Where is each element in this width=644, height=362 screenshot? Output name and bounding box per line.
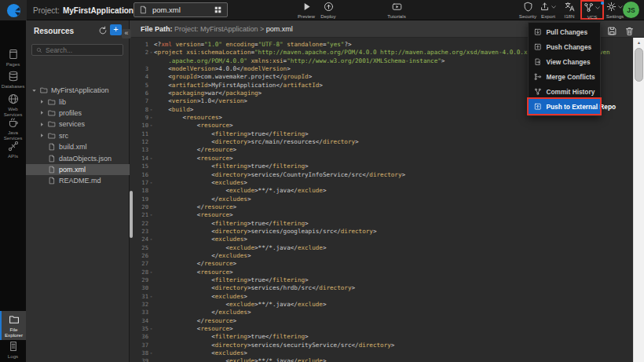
line-number: 29 <box>130 276 148 284</box>
menu-item-label: Push Changes <box>547 43 592 51</box>
menu-item-push-changes[interactable]: Push Changes <box>529 39 600 54</box>
tree-item-dataobjects-json[interactable]: dataObjects.json <box>26 152 130 163</box>
caret-right-icon[interactable] <box>38 99 45 104</box>
top-bar: Project: MyFirstApplication › pom.xml Pr… <box>0 0 644 20</box>
vcs-dropdown-menu: Pull ChangesPush ChangesView ChangesMerg… <box>528 22 601 116</box>
caret-right-icon[interactable] <box>38 122 45 127</box>
preview-button[interactable]: Preview <box>295 2 318 20</box>
tutorials-icon <box>392 2 402 12</box>
fold-marker[interactable]: - <box>148 122 154 130</box>
sidebar-item-java-services[interactable]: Java Services <box>0 117 26 141</box>
line-number: 1 <box>130 41 148 49</box>
menu-item-pull-changes[interactable]: Pull Changes <box>529 24 600 39</box>
sidebar-item-file-explorer[interactable]: File Explorer <box>0 311 26 340</box>
open-file-tab[interactable]: pom.xml <box>134 2 228 17</box>
sidebar-item-pages[interactable]: Pages <box>0 49 26 67</box>
code-line: 20 </resource> <box>130 203 633 211</box>
sidebar-item-logs[interactable]: Logs <box>0 341 26 359</box>
tree-item-profiles[interactable]: profiles <box>26 108 130 119</box>
menu-item-label: Commit History <box>547 88 595 96</box>
line-number: 7 <box>130 97 148 105</box>
line-number: 35 <box>130 325 148 333</box>
add-resource-button[interactable]: + <box>110 24 122 35</box>
sidebar-item-databases[interactable]: Databases <box>0 71 26 89</box>
line-number: 26 <box>130 252 148 260</box>
chevron-down-icon <box>551 4 557 10</box>
deploy-icon <box>324 2 334 12</box>
tree-item-src[interactable]: src <box>26 130 130 141</box>
sidebar-item-label: Pages <box>6 61 20 67</box>
file-path-file: pom.xml <box>266 25 293 33</box>
tree-item-label: pom.xml <box>59 166 86 174</box>
security-icon <box>523 2 533 12</box>
search-input[interactable] <box>46 46 119 54</box>
line-number: 5 <box>130 82 148 90</box>
fold-marker[interactable]: - <box>148 325 154 333</box>
wavemaker-logo[interactable] <box>0 0 27 20</box>
code-line: 37 <directory>services/securityService/s… <box>130 342 633 349</box>
tree-item-label: dataObjects.json <box>59 155 112 163</box>
menu-item-view-changes[interactable]: View Changes <box>529 54 600 69</box>
export-button[interactable]: Export <box>536 2 560 20</box>
deploy-button[interactable]: Deploy <box>317 2 340 20</box>
folder-icon <box>48 120 56 128</box>
scroll-up-arrow[interactable]: ▲ <box>634 38 644 47</box>
web-services-icon <box>8 93 19 104</box>
tree-item-readme-md[interactable]: README.md <box>26 175 130 186</box>
search-icon <box>36 47 42 53</box>
fold-marker[interactable]: - <box>148 236 154 243</box>
panel-scrollbar-thumb[interactable] <box>130 191 133 238</box>
code-line: 25 <exclude>**/*.java</exclude> <box>130 244 633 252</box>
fold-marker[interactable]: - <box>148 106 154 114</box>
menu-item-label: Merge Conflicts <box>547 73 595 81</box>
project-label: Project: <box>33 6 60 15</box>
tree-item-services[interactable]: services <box>26 119 130 130</box>
trash-icon[interactable] <box>624 26 635 36</box>
tree-item-pom-xml[interactable]: pom.xml <box>26 164 130 175</box>
file-icon <box>48 177 56 185</box>
fold-marker[interactable]: - <box>148 179 154 187</box>
caret-down-icon[interactable] <box>31 88 37 93</box>
sidebar-item-apis[interactable]: APIs <box>0 141 26 159</box>
code-line: 11 <filtering>true</filtering> <box>130 130 633 138</box>
save-icon[interactable] <box>607 26 617 36</box>
scrollbar-thumb[interactable] <box>635 48 643 82</box>
menu-item-commit-history[interactable]: Commit History <box>529 84 600 99</box>
sidebar-item-web-services[interactable]: Web Services <box>0 93 26 117</box>
menu-item-push-to-external-repo[interactable]: Push to External Repo <box>529 99 600 114</box>
menu-item-merge-conflicts[interactable]: Merge Conflicts <box>529 69 600 84</box>
fold-marker[interactable]: - <box>148 293 154 301</box>
refresh-icon[interactable] <box>98 26 108 35</box>
push-external-icon <box>534 103 542 111</box>
line-number: 9 <box>130 114 148 122</box>
fold-marker[interactable]: - <box>148 155 154 163</box>
code-line: 21- <resource> <box>130 211 633 219</box>
vcs-button[interactable]: VCS <box>580 0 604 20</box>
caret-right-icon[interactable] <box>38 110 45 115</box>
line-number: 37 <box>130 342 148 349</box>
caret-right-icon[interactable] <box>38 133 45 138</box>
tree-item-lib[interactable]: lib <box>26 96 130 107</box>
i18n-button[interactable]: I18N <box>558 2 581 20</box>
collapse-panel-button[interactable]: « <box>122 29 131 38</box>
fold-marker[interactable]: - <box>148 114 154 122</box>
code-line: 12 <directory>src/main/resources</direct… <box>130 138 633 146</box>
tutorials-button[interactable]: Tutorials <box>385 2 408 20</box>
tree-item-build-xml[interactable]: build.xml <box>26 141 130 152</box>
line-number: 16 <box>130 171 148 179</box>
folder-icon <box>48 109 56 117</box>
wavemaker-logo-icon <box>6 3 21 18</box>
fold-marker[interactable]: - <box>148 49 154 57</box>
grid-icon[interactable] <box>214 5 222 14</box>
fold-marker[interactable]: - <box>148 269 154 276</box>
code-line: 38- <excludes> <box>130 349 633 357</box>
tree-item-label: README.md <box>59 177 101 185</box>
user-avatar[interactable]: JS <box>623 2 639 18</box>
code-line: 14- <resource> <box>130 155 633 163</box>
pull-icon <box>534 28 542 36</box>
tree-item-myfirstapplication[interactable]: MyFirstApplication <box>26 85 130 96</box>
fold-marker[interactable]: - <box>148 211 154 219</box>
code-line: 33 </excludes> <box>130 309 633 316</box>
editor-scrollbar: ▲ <box>633 38 644 362</box>
fold-marker[interactable]: - <box>148 349 154 357</box>
